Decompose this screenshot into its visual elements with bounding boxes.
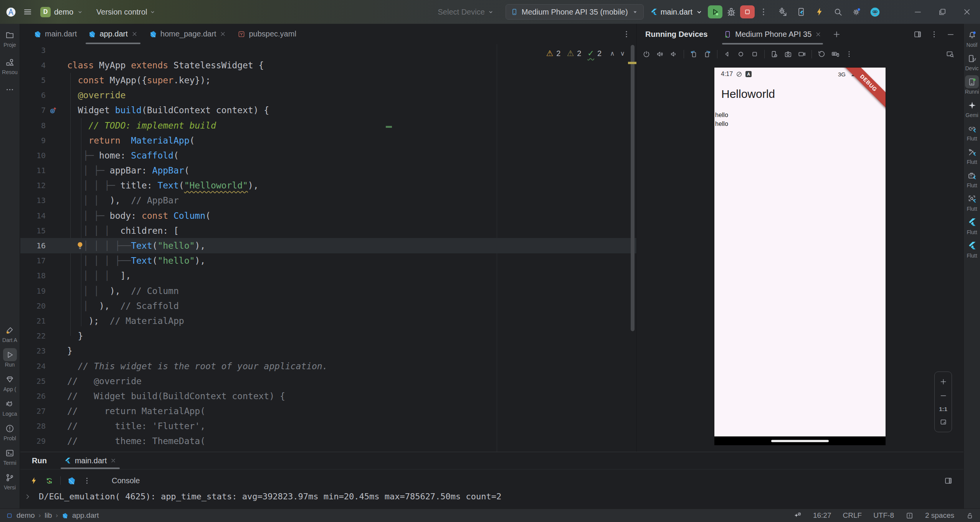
tool-stripe-item-flutter-inspector[interactable]: Flutt <box>965 192 979 212</box>
close-icon[interactable] <box>962 7 972 17</box>
hot-reload-bolt-icon[interactable] <box>815 7 825 17</box>
panel-options-icon[interactable] <box>930 30 939 39</box>
flutter-device-icon[interactable] <box>796 7 806 17</box>
layout-icon[interactable] <box>913 30 922 39</box>
select-device-dropdown[interactable]: Select Device <box>438 8 494 17</box>
tool-stripe-item-dart-analysis[interactable]: Dart A <box>2 324 17 343</box>
tool-stripe-item-flutter-performance[interactable]: Flutt <box>965 216 979 235</box>
code-text[interactable]: // Widget build(BuildContext context) { <box>67 391 636 401</box>
fit-to-window-icon[interactable] <box>939 418 947 426</box>
editor-tab-main.dart[interactable]: main.dart <box>28 24 83 44</box>
editor-scrollbar[interactable] <box>631 45 635 331</box>
close-tab-icon[interactable] <box>131 31 138 37</box>
zoom-in-icon[interactable] <box>939 378 947 386</box>
line-ending[interactable]: CRLF <box>843 511 862 520</box>
caret-position[interactable]: 16:27 <box>813 511 831 520</box>
rotate-left-icon[interactable] <box>689 50 698 58</box>
indent-setting[interactable]: 2 spaces <box>925 511 954 520</box>
editor-tab-app.dart[interactable]: app.dart <box>83 24 143 44</box>
tool-stripe-item-flutter-tools[interactable]: Flutt <box>965 145 979 165</box>
code-text[interactable]: @override <box>67 90 636 100</box>
editor-tab-home_page.dart[interactable]: home_page.dart <box>144 24 232 44</box>
hide-panel-icon[interactable] <box>946 30 955 39</box>
tool-stripe-item-running-devices[interactable]: Runni <box>965 75 979 95</box>
inspections-widget[interactable]: ⚠2 ⚠2 ✓2 ∧ ∨ <box>546 49 625 58</box>
tool-stripe-item-app-quality-insights[interactable]: App ( <box>3 373 17 392</box>
code-text[interactable]: │ ├─ body: const Column( <box>67 211 636 221</box>
kbd-mouse-icon[interactable] <box>831 50 840 58</box>
breadcrumb-item[interactable]: demo <box>17 511 35 520</box>
tool-stripe-item-run[interactable]: Run <box>3 348 17 368</box>
code-text[interactable]: │ │ │ ], <box>67 271 636 281</box>
code-text[interactable]: const MyApp({super.key}); <box>67 75 636 85</box>
rotate-right-icon[interactable] <box>703 50 712 58</box>
device-settings-icon[interactable] <box>770 50 778 58</box>
warning-stripe-mark[interactable] <box>628 62 636 64</box>
tool-stripe-item-version-control[interactable]: Versi <box>3 471 17 491</box>
square-icon[interactable] <box>750 50 759 58</box>
kebab-icon[interactable] <box>845 50 853 58</box>
hot-restart-icon[interactable] <box>45 476 54 485</box>
code-text[interactable]: // @override <box>67 376 636 386</box>
code-text[interactable]: │ │ │ ├──Text("hello"), <box>67 241 636 251</box>
code-text[interactable]: │ │ ├─ title: Text("Helloworld"), <box>67 180 636 190</box>
kebab-icon[interactable] <box>83 476 91 485</box>
project-selector[interactable]: D demo <box>40 7 83 17</box>
device-selector[interactable]: Medium Phone API 35 (mobile) <box>506 4 644 20</box>
code-text[interactable]: │ ), // Scaffold <box>67 301 636 311</box>
volume-down-icon[interactable] <box>670 50 678 58</box>
debug-button[interactable] <box>725 6 737 18</box>
code-text[interactable]: ├─ home: Scaffold( <box>67 150 636 160</box>
tool-stripe-item-problems[interactable]: Probl <box>3 422 17 441</box>
editor-tab-pubspec.yaml[interactable]: pubspec.yaml <box>232 24 302 44</box>
code-text[interactable]: │ │ │ ├──Text("hello"), <box>67 256 636 266</box>
restore-icon[interactable] <box>817 50 826 58</box>
tool-stripe-item-flutter-toolbox[interactable]: Flutt <box>965 169 979 188</box>
hot-reload-bolt-icon[interactable] <box>30 476 38 485</box>
tool-stripe-item-flutter-outline[interactable]: Flutt <box>965 239 979 259</box>
code-text[interactable]: │ │ ), // AppBar <box>67 195 636 205</box>
tool-stripe-item-terminal[interactable]: Termi <box>3 446 17 466</box>
screen-zoom-icon[interactable] <box>946 50 954 58</box>
intention-bulb-icon[interactable] <box>75 241 85 250</box>
main-menu-icon[interactable] <box>23 7 33 17</box>
more-actions-icon[interactable] <box>759 7 768 17</box>
fold-chevron-icon[interactable] <box>23 492 32 501</box>
code-text[interactable]: return MaterialApp( <box>67 135 636 145</box>
code-text[interactable]: } <box>67 331 636 341</box>
vcs-menu[interactable]: Version control <box>96 8 156 17</box>
phone-nav-bar[interactable] <box>714 436 886 445</box>
device-tab[interactable]: Medium Phone API 35 <box>722 24 823 45</box>
maximize-icon[interactable] <box>938 7 947 17</box>
code-text[interactable]: // return MaterialApp( <box>67 406 636 416</box>
inspections-status-icon[interactable] <box>906 512 914 520</box>
profile-avatar-icon[interactable] <box>870 7 880 17</box>
tool-stripe-item-resource-manager[interactable]: Resou <box>2 56 17 75</box>
editor-body[interactable]: 34class MyApp extends StatelessWidget {5… <box>20 44 636 452</box>
tool-stripe-item-notifications[interactable]: Notif <box>965 28 979 48</box>
tool-stripe-item-flutter-deep-links[interactable]: Flutt <box>965 122 979 142</box>
video-icon[interactable] <box>798 50 806 58</box>
run-button[interactable] <box>708 5 722 18</box>
code-text[interactable]: │ │ │ children: [ <box>67 226 636 236</box>
code-text[interactable]: } <box>67 346 636 356</box>
tool-stripe-item-device-manager[interactable]: Devic <box>965 52 979 71</box>
next-problem-icon[interactable]: ∨ <box>620 50 625 58</box>
camera-icon[interactable] <box>784 50 792 58</box>
search-icon[interactable] <box>833 7 843 17</box>
code-text[interactable]: │ ├─ appBar: AppBar( <box>67 165 636 175</box>
tool-stripe-item-more-tool-windows[interactable] <box>2 83 17 96</box>
tool-stripe-item-project[interactable]: Proje <box>2 28 17 48</box>
code-text[interactable]: ); // MaterialApp <box>67 316 636 326</box>
power-icon[interactable] <box>642 50 651 58</box>
breadcrumb-item[interactable]: app.dart <box>72 511 99 520</box>
tool-stripe-item-gemini[interactable]: Gemi <box>965 99 979 118</box>
run-tab[interactable]: main.dart <box>62 452 118 469</box>
zoom-reset-button[interactable]: 1:1 <box>939 406 947 412</box>
prev-problem-icon[interactable]: ∧ <box>610 50 615 58</box>
code-text[interactable]: class MyApp extends StatelessWidget { <box>67 60 636 70</box>
dart-icon[interactable] <box>67 476 76 485</box>
minimize-icon[interactable] <box>913 7 922 17</box>
settings-gear-icon[interactable] <box>851 7 861 17</box>
code-text[interactable]: // theme: ThemeData( <box>67 436 636 446</box>
